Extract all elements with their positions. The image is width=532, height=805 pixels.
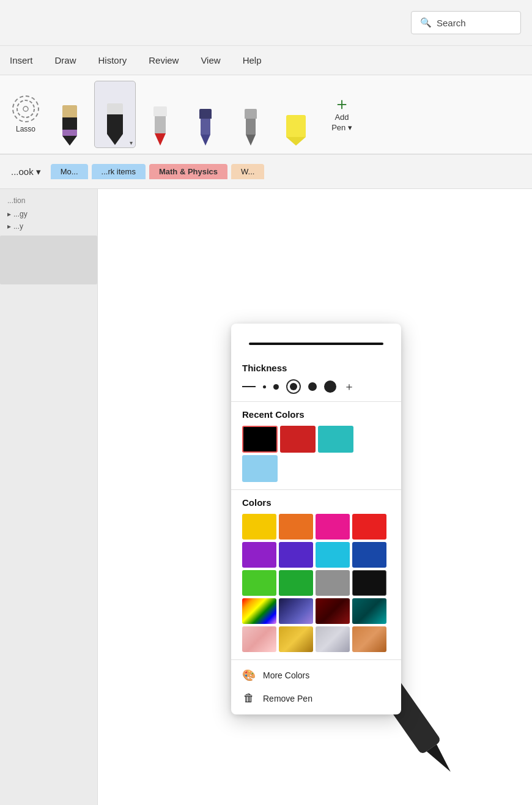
- recent-color-red[interactable]: [280, 426, 316, 453]
- pen-nib-2: [105, 102, 125, 145]
- menu-insert[interactable]: Insert: [6, 53, 37, 68]
- color-dark-red[interactable]: [316, 598, 350, 624]
- colors-section: Colors: [231, 494, 401, 656]
- pen-preview-line: [249, 343, 383, 345]
- thickness-section: Thickness ＋: [231, 357, 401, 398]
- color-rainbow[interactable]: [242, 598, 276, 624]
- menu-review[interactable]: Review: [145, 53, 182, 68]
- search-box[interactable]: 🔍 Search: [411, 11, 521, 34]
- svg-point-1: [23, 106, 28, 111]
- pen-nib-3: [150, 103, 170, 146]
- notebook-name: ...ook: [11, 166, 34, 177]
- color-magenta[interactable]: [316, 514, 350, 540]
- color-silver-texture[interactable]: [316, 626, 350, 652]
- thickness-hairline[interactable]: [242, 386, 256, 387]
- color-green[interactable]: [279, 570, 313, 596]
- menu-view[interactable]: View: [197, 53, 224, 68]
- color-purple[interactable]: [242, 542, 276, 568]
- pen-preview-bar: [231, 324, 401, 357]
- recent-color-lightblue[interactable]: [242, 455, 278, 482]
- sidebar-section-label: ...tion: [0, 194, 97, 207]
- section-tab-work[interactable]: ...rk items: [92, 164, 146, 179]
- pen-tool-6[interactable]: [275, 81, 317, 148]
- toolbar-area: Lasso ▾: [0, 75, 532, 155]
- color-red[interactable]: [352, 514, 386, 540]
- thickness-xs[interactable]: [263, 385, 266, 388]
- recent-colors-section: Recent Colors: [231, 406, 401, 486]
- menu-bar: Insert Draw History Review View Help: [0, 46, 532, 75]
- colors-grid: [242, 514, 390, 652]
- thickness-title: Thickness: [242, 363, 390, 373]
- pen-nib-5: [241, 103, 260, 146]
- thickness-row: ＋: [242, 379, 390, 394]
- pen-nib-1: [60, 103, 79, 146]
- colors-title: Colors: [242, 497, 390, 508]
- pen-tool-1[interactable]: [49, 81, 91, 148]
- color-cyan[interactable]: [316, 542, 350, 568]
- recent-color-teal[interactable]: [318, 426, 353, 453]
- color-blue[interactable]: [352, 542, 386, 568]
- pen-nib-6: [286, 103, 306, 146]
- recent-colors-title: Recent Colors: [242, 409, 390, 420]
- divider-2: [231, 489, 401, 490]
- lasso-label: Lasso: [16, 125, 35, 133]
- thickness-add[interactable]: ＋: [344, 379, 355, 394]
- top-bar: 🔍 Search: [0, 0, 532, 46]
- color-teal-galaxy[interactable]: [352, 598, 386, 624]
- section-tab-mo[interactable]: Mo...: [51, 164, 88, 179]
- pen-dropdown-icon[interactable]: ▾: [130, 139, 133, 146]
- search-label: Search: [437, 18, 466, 28]
- menu-history[interactable]: History: [95, 53, 131, 68]
- color-yellow[interactable]: [242, 514, 276, 540]
- notebook-tabs-area: ...ook ▾ Mo... ...rk items Math & Physic…: [0, 155, 532, 189]
- search-icon: 🔍: [420, 17, 432, 28]
- more-colors-label: More Colors: [263, 670, 309, 680]
- section-tab-w[interactable]: W...: [231, 164, 264, 179]
- menu-draw[interactable]: Draw: [51, 53, 80, 68]
- color-indigo[interactable]: [279, 542, 313, 568]
- thickness-lg[interactable]: [308, 382, 317, 391]
- lasso-tool[interactable]: Lasso: [6, 81, 45, 148]
- notebook-selector[interactable]: ...ook ▾: [6, 164, 46, 180]
- menu-help[interactable]: Help: [239, 53, 265, 68]
- sidebar-arrow-1[interactable]: ▸...gy: [0, 209, 97, 220]
- section-tab-math[interactable]: Math & Physics: [149, 164, 227, 179]
- divider-3: [231, 659, 401, 660]
- color-lime[interactable]: [242, 570, 276, 596]
- pen-tool-4[interactable]: [185, 81, 226, 148]
- color-orange[interactable]: [279, 514, 313, 540]
- add-pen-button[interactable]: ＋ AddPen ▾: [320, 81, 363, 148]
- page-thumbnail: [0, 236, 97, 284]
- pen-tool-2[interactable]: ▾: [94, 81, 136, 148]
- lasso-icon: [12, 95, 39, 122]
- pen-nib-4: [196, 103, 215, 146]
- thickness-md-inner: [290, 383, 297, 390]
- color-orange-texture[interactable]: [352, 626, 386, 652]
- content-area: ...tion ▸...gy ▸...y: [0, 189, 532, 805]
- recent-color-black[interactable]: [242, 426, 278, 453]
- page-area: Thickness ＋ Recent Colors: [98, 189, 532, 805]
- add-pen-plus-icon: ＋: [333, 95, 350, 113]
- color-galaxy[interactable]: [279, 598, 313, 624]
- page-sidebar: ...tion ▸...gy ▸...y: [0, 189, 98, 805]
- pen-tool-5[interactable]: [230, 81, 272, 148]
- section-tabs: Mo... ...rk items Math & Physics W...: [51, 164, 526, 179]
- thickness-xl[interactable]: [324, 380, 336, 393]
- color-pink-texture[interactable]: [242, 626, 276, 652]
- color-gray[interactable]: [316, 570, 350, 596]
- remove-pen-label: Remove Pen: [263, 694, 312, 703]
- svg-marker-5: [427, 744, 454, 776]
- thickness-sm[interactable]: [273, 384, 279, 390]
- pen-dropdown-panel: Thickness ＋ Recent Colors: [231, 324, 401, 714]
- color-black[interactable]: [352, 570, 386, 596]
- chevron-icon: ▸: [7, 210, 11, 218]
- pen-tool-3[interactable]: [139, 81, 181, 148]
- color-gold-texture[interactable]: [279, 626, 313, 652]
- notebook-chevron-icon: ▾: [36, 166, 41, 177]
- more-colors-row[interactable]: 🎨 More Colors: [231, 664, 401, 687]
- remove-pen-icon: 🗑: [242, 692, 256, 705]
- more-colors-icon: 🎨: [242, 669, 256, 682]
- thickness-md-selected[interactable]: [286, 379, 301, 394]
- remove-pen-row[interactable]: 🗑 Remove Pen: [231, 687, 401, 710]
- sidebar-arrow-2[interactable]: ▸...y: [0, 221, 97, 232]
